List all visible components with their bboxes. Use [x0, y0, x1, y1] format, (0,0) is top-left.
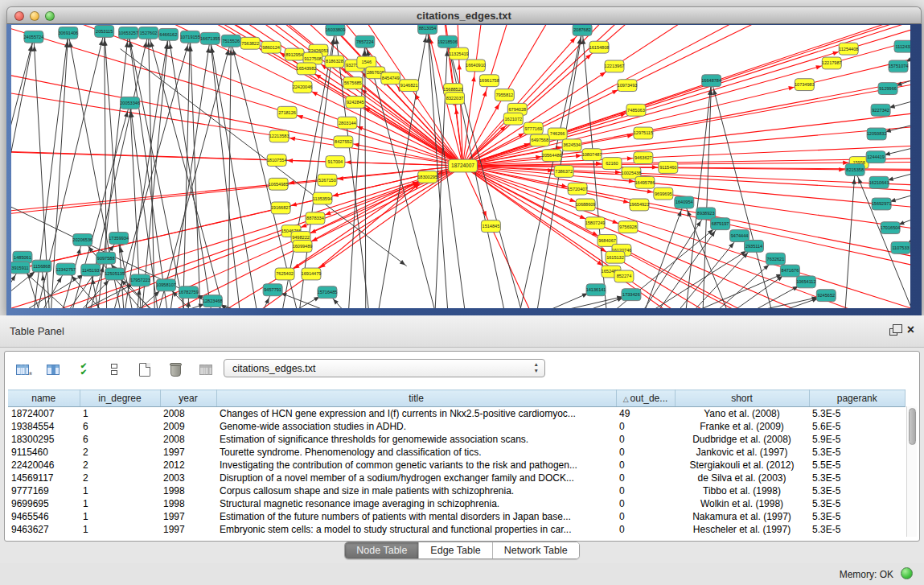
graph-node-yellow[interactable]: 10734983 [795, 79, 815, 91]
graph-node-yellow[interactable]: 8322037 [446, 93, 465, 105]
show-columns-icon[interactable] [42, 358, 64, 381]
column-header-title[interactable]: title [216, 390, 616, 407]
graph-node-teal[interactable]: 30691406 [58, 27, 78, 39]
graph-node-teal[interactable]: 16648784 [701, 75, 721, 87]
graph-node-yellow[interactable]: 22420046 [293, 81, 313, 93]
graph-node-teal[interactable]: 1733426 [622, 289, 641, 301]
graph-node-yellow[interactable]: 9777169 [524, 122, 543, 134]
graph-node-teal[interactable]: 8215358 [845, 164, 864, 176]
table-row[interactable]: 969969511998Structural magnetic resonanc… [8, 497, 906, 510]
graph-node-yellow[interactable]: 11254408 [839, 43, 858, 55]
graph-node-yellow[interactable]: 16543982 [297, 63, 317, 75]
graph-node-teal[interactable]: 12342757 [55, 263, 76, 275]
graph-node-yellow[interactable]: 62160 [602, 158, 622, 170]
tab-network-table[interactable]: Network Table [493, 542, 579, 558]
graph-node-teal[interactable]: 9245652 [816, 290, 836, 302]
graph-node-teal[interactable]: 15716485 [318, 286, 338, 299]
graph-node-teal[interactable]: 9097588 [97, 252, 116, 264]
memory-status-indicator[interactable] [901, 567, 913, 579]
delete-icon[interactable] [164, 358, 187, 381]
column-header-short[interactable]: short [675, 390, 809, 407]
graph-node-yellow[interactable]: 16099489 [293, 240, 313, 252]
graph-node-yellow[interactable]: 7955812 [495, 89, 514, 101]
graph-node-teal[interactable]: 1640954 [675, 196, 694, 208]
graph-node-teal[interactable]: 10958107 [156, 279, 176, 291]
graph-node-teal[interactable]: 1156868 [32, 260, 51, 272]
graph-node-teal[interactable]: 20053346 [120, 97, 140, 109]
column-header-name[interactable]: name [8, 390, 80, 407]
graph-node-yellow[interactable]: 7563822 [240, 37, 260, 49]
graph-node-teal[interactable]: 7632621 [766, 253, 785, 265]
graph-node-yellow[interactable]: 917004 [326, 156, 345, 168]
graph-node-yellow[interactable]: 16640910 [466, 60, 486, 72]
graph-node-teal[interactable]: 10719155 [180, 31, 200, 43]
graph-node-yellow[interactable]: 10688609 [576, 199, 596, 211]
table-row[interactable]: 911546021997Tourette syndrome. Phenomeno… [8, 446, 906, 459]
graph-node-yellow[interactable]: 7485063 [626, 104, 646, 116]
graph-node-teal[interactable]: 20206536 [72, 234, 92, 246]
graph-node-yellow[interactable]: 2803144 [338, 117, 357, 129]
graph-node-teal[interactable]: 8813054 [418, 25, 437, 34]
graph-node-teal[interactable]: 7515526 [221, 35, 240, 47]
graph-node-yellow[interactable]: 18300295 [417, 171, 437, 183]
column-header-year[interactable]: year [160, 390, 216, 407]
graph-node-yellow[interactable]: 746266 [548, 128, 567, 140]
graph-node-teal[interactable]: 10654112 [796, 276, 815, 288]
graph-node-teal[interactable]: 15751074 [889, 60, 909, 72]
graph-node-teal[interactable]: 6879197 [711, 218, 730, 230]
graph-node-yellow[interactable]: 8427552 [334, 136, 353, 148]
graph-node-yellow[interactable]: 16914479 [302, 268, 322, 280]
graph-node-yellow[interactable]: 8912954 [285, 48, 304, 60]
graph-node-yellow[interactable]: 19166827 [271, 202, 291, 214]
graph-node-teal[interactable]: 15692971 [872, 198, 892, 210]
graph-node-teal[interactable]: 17359934 [109, 233, 129, 245]
graph-node-yellow[interactable]: 9860124 [261, 41, 281, 53]
table-select-dropdown[interactable]: citations_edges.txt ▲▼ [224, 359, 545, 377]
graph-node-yellow[interactable]: 9756928 [618, 221, 638, 233]
graph-node-yellow[interactable]: 6497568 [530, 134, 549, 146]
graph-node-teal[interactable]: 2087682 [573, 25, 592, 35]
graph-node-teal[interactable]: 12093832 [867, 128, 887, 140]
graph-node-yellow[interactable]: 1514845 [481, 220, 500, 233]
column-header-in-degree[interactable]: in_degree [80, 390, 160, 407]
graph-node-yellow[interactable]: 9146821 [400, 80, 419, 92]
citation-network-graph[interactable]: 7563822986012489129542242605391275081654… [11, 25, 910, 308]
graph-node-teal[interactable]: 2935114 [745, 240, 764, 252]
graph-node-yellow[interactable]: 16495786 [634, 176, 655, 188]
graph-node-yellow[interactable]: 8878334 [306, 212, 325, 225]
graph-node-teal[interactable]: 17957223 [130, 274, 150, 286]
graph-node-yellow[interactable]: 7625402 [275, 268, 294, 280]
graph-node-teal[interactable]: 9227342 [871, 104, 890, 116]
tab-edge-table[interactable]: Edge Table [419, 542, 492, 558]
graph-node-yellow[interactable]: 15807249 [585, 217, 606, 229]
graph-node-teal[interactable]: 1527602 [139, 27, 158, 39]
graph-node-teal[interactable]: 19218506 [437, 35, 458, 47]
graph-node-yellow[interactable]: 10654985 [269, 178, 289, 190]
table-row[interactable]: 946362711997Embryonic stem cells: a mode… [8, 523, 906, 536]
graph-node-yellow[interactable]: 16961758 [479, 75, 499, 87]
graph-node-yellow[interactable]: 12217987 [822, 57, 842, 69]
table-row[interactable]: 1830029562008Estimation of significance … [8, 433, 906, 446]
graph-hub-node[interactable]: 18724007 [449, 159, 478, 172]
graph-node-teal[interactable]: 12823468 [203, 295, 223, 307]
graph-node-yellow[interactable]: 9242845 [346, 96, 365, 108]
graph-node-teal[interactable]: 6466162 [159, 28, 179, 40]
graph-node-teal[interactable]: 12505135 [105, 268, 125, 280]
graph-node-yellow[interactable]: 16154808 [589, 41, 610, 53]
graph-node-yellow[interactable]: 11325419 [449, 47, 468, 60]
graph-node-teal[interactable]: 16782759 [179, 286, 199, 299]
graph-node-yellow[interactable]: 15720407 [568, 183, 588, 195]
graph-node-yellow[interactable]: 2718126 [277, 106, 297, 118]
graph-node-teal[interactable]: 16033809 [326, 25, 346, 35]
graph-node-teal[interactable]: 8471676 [780, 265, 799, 277]
graph-node-yellow[interactable]: 7386372 [554, 166, 573, 178]
close-panel-icon[interactable]: × [907, 324, 914, 336]
graph-node-teal[interactable]: 1112433 [894, 40, 910, 52]
column-header-out-de-[interactable]: △out_de... [616, 390, 675, 407]
graph-node-yellow[interactable]: 20564486 [542, 150, 562, 162]
graph-node-yellow[interactable]: 12213967 [605, 60, 625, 72]
graph-node-yellow[interactable]: 1615132 [606, 251, 625, 263]
window-titlebar[interactable]: citations_edges.txt [6, 6, 922, 24]
graph-node-yellow[interactable]: 9463627 [634, 152, 653, 164]
graph-node-yellow[interactable]: 9115460 [659, 162, 678, 174]
